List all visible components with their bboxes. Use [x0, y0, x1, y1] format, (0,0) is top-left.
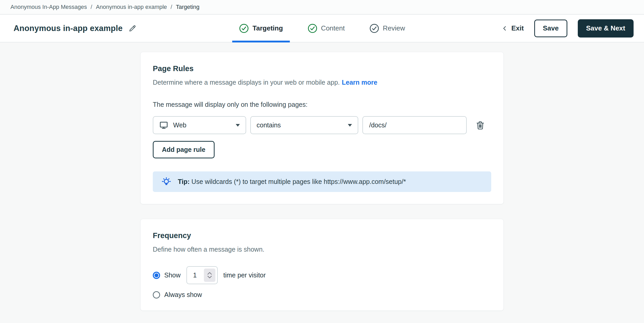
step-tabs: Targeting Content Review: [239, 15, 405, 42]
tab-label: Review: [383, 24, 405, 32]
frequency-description: Define how often a message is shown.: [153, 246, 491, 253]
tab-review[interactable]: Review: [369, 15, 405, 42]
monitor-icon: [159, 121, 168, 130]
page-rules-title: Page Rules: [153, 64, 491, 73]
tab-label: Content: [321, 24, 345, 32]
platform-select-value: Web: [173, 121, 186, 129]
edit-title-button[interactable]: [128, 24, 137, 33]
page-url-input[interactable]: [362, 116, 467, 134]
save-next-button[interactable]: Save & Next: [578, 19, 634, 38]
operator-select-value: contains: [257, 121, 281, 129]
page-title: Anonymous in-app example: [14, 24, 123, 33]
page-rules-description: Determine where a message displays in yo…: [153, 79, 340, 86]
radio-unselected-icon[interactable]: [153, 291, 160, 299]
platform-select[interactable]: Web: [153, 116, 246, 134]
check-circle-icon: [307, 23, 317, 33]
caret-down-icon: [236, 124, 240, 127]
save-button[interactable]: Save: [534, 20, 567, 37]
breadcrumb-item-messages[interactable]: Anonymous In-App Messages: [10, 4, 87, 10]
page-rules-condition-intro: The message will display only on the fol…: [153, 101, 491, 108]
chevron-down-icon[interactable]: [207, 276, 212, 278]
tab-content[interactable]: Content: [307, 15, 345, 42]
tip-banner: Tip: Use wildcards (*) to target multipl…: [153, 171, 491, 192]
breadcrumb: Anonymous In-App Messages / Anonymous in…: [0, 0, 644, 15]
times-stepper: [186, 266, 218, 284]
breadcrumb-item-targeting: Targeting: [176, 4, 199, 10]
tab-label: Targeting: [253, 24, 283, 32]
check-circle-icon: [369, 23, 379, 33]
main-content: Page Rules Determine where a message dis…: [0, 42, 644, 311]
frequency-card: Frequency Define how often a message is …: [140, 219, 504, 311]
breadcrumb-item-example[interactable]: Anonymous in-app example: [96, 4, 167, 10]
trash-icon: [475, 120, 485, 131]
stepper-buttons[interactable]: [204, 269, 215, 282]
chevron-up-icon[interactable]: [207, 272, 212, 275]
workflow-header: Anonymous in-app example Targeting: [0, 15, 644, 42]
operator-select[interactable]: contains: [250, 116, 358, 134]
breadcrumb-separator: /: [91, 4, 92, 10]
show-label: Show: [164, 271, 181, 279]
exit-label: Exit: [511, 24, 524, 32]
learn-more-link[interactable]: Learn more: [342, 79, 377, 86]
caret-down-icon: [348, 124, 352, 127]
check-circle-icon: [239, 23, 249, 33]
pencil-icon: [128, 24, 137, 33]
tip-text: Use wildcards (*) to target multiple pag…: [191, 178, 406, 185]
add-page-rule-button[interactable]: Add page rule: [153, 141, 215, 158]
frequency-title: Frequency: [153, 231, 491, 240]
frequency-option-always[interactable]: Always show: [153, 291, 491, 299]
chevron-left-icon: [501, 25, 508, 32]
lightbulb-icon: [161, 176, 172, 188]
header-actions: Exit Save Save & Next: [501, 19, 634, 38]
tip-label: Tip:: [178, 178, 190, 185]
breadcrumb-separator: /: [171, 4, 172, 10]
frequency-option-show[interactable]: Show time per visitor: [153, 266, 491, 284]
delete-rule-button[interactable]: [475, 120, 485, 131]
tab-targeting[interactable]: Targeting: [239, 15, 283, 42]
times-per-visitor-label: time per visitor: [223, 271, 266, 279]
radio-selected-icon[interactable]: [153, 272, 160, 279]
page-rule-row: Web contains: [153, 116, 491, 134]
always-show-label: Always show: [164, 291, 202, 299]
exit-button[interactable]: Exit: [501, 24, 524, 32]
page-rules-card: Page Rules Determine where a message dis…: [140, 52, 504, 204]
